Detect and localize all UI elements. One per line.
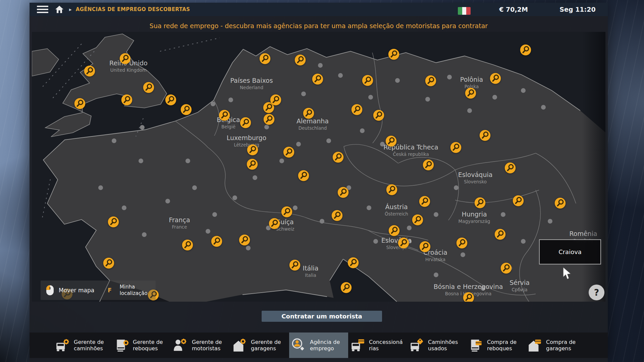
- agency-marker[interactable]: [270, 94, 281, 106]
- agency-marker[interactable]: [247, 144, 258, 156]
- agency-marker[interactable]: [263, 114, 275, 125]
- agency-marker[interactable]: [373, 110, 384, 121]
- agency-marker[interactable]: [500, 262, 512, 274]
- agency-marker[interactable]: [347, 257, 359, 268]
- agency-marker[interactable]: [419, 196, 430, 207]
- agency-marker[interactable]: [84, 65, 95, 77]
- agency-marker[interactable]: [465, 87, 476, 99]
- agency-marker[interactable]: [303, 108, 314, 119]
- city-dot: [360, 128, 365, 133]
- tab-label: Agência deemprego: [310, 339, 340, 352]
- agency-marker[interactable]: [74, 98, 86, 109]
- agency-marker[interactable]: [121, 94, 132, 106]
- bottom-toolbar: Gerente decaminhõesGerente dereboquesGer…: [30, 333, 608, 358]
- agency-marker[interactable]: [351, 104, 363, 115]
- question-icon: ?: [594, 288, 599, 298]
- agency-marker[interactable]: [513, 195, 524, 206]
- hire-driver-button[interactable]: Contratar um motorista: [262, 311, 382, 322]
- agency-marker[interactable]: [283, 146, 294, 158]
- city-dot: [380, 142, 385, 146]
- agency-marker[interactable]: [490, 73, 501, 84]
- agency-marker[interactable]: [386, 184, 397, 195]
- agency-marker[interactable]: [474, 197, 486, 208]
- city-dot: [206, 229, 210, 234]
- agency-marker[interactable]: [388, 225, 400, 236]
- agency-marker[interactable]: [398, 237, 409, 249]
- agency-marker[interactable]: [337, 187, 349, 198]
- tab-garagens[interactable]: Compra degaragens: [525, 333, 584, 358]
- agency-marker[interactable]: [294, 54, 306, 66]
- city-dot: [253, 175, 257, 180]
- agency-marker[interactable]: [269, 218, 280, 229]
- agency-marker[interactable]: [554, 197, 566, 209]
- home-button[interactable]: [55, 5, 64, 13]
- agency-marker[interactable]: [180, 104, 192, 115]
- agency-marker[interactable]: [119, 53, 131, 64]
- agency-marker[interactable]: [247, 159, 258, 170]
- agency-marker[interactable]: [332, 152, 344, 163]
- city-dot: [112, 138, 116, 143]
- city-dot: [293, 205, 298, 210]
- agency-marker[interactable]: [340, 282, 352, 293]
- agency-marker[interactable]: [281, 206, 292, 218]
- city-dot: [326, 138, 331, 143]
- agency-marker[interactable]: [289, 259, 301, 271]
- agency-marker[interactable]: [425, 75, 436, 86]
- city-dot: [139, 159, 143, 163]
- agency-marker[interactable]: [504, 162, 516, 174]
- agency-marker[interactable]: [211, 236, 222, 247]
- agency-marker[interactable]: [298, 170, 309, 181]
- tab-rias[interactable]: Concessionárias: [348, 333, 407, 358]
- agency-marker[interactable]: [520, 44, 531, 56]
- agency-marker[interactable]: [182, 239, 193, 251]
- agency-marker[interactable]: [312, 73, 323, 85]
- help-button[interactable]: ?: [589, 285, 604, 300]
- agency-marker[interactable]: [165, 94, 176, 106]
- menu-button[interactable]: [37, 6, 48, 13]
- city-dot: [454, 185, 459, 190]
- garage-purchase-icon: [527, 338, 542, 353]
- agency-marker[interactable]: [463, 292, 474, 302]
- agency-marker[interactable]: [423, 159, 434, 171]
- my-location-label[interactable]: Minha localização: [120, 284, 148, 297]
- agency-marker[interactable]: [385, 135, 397, 147]
- tab-reboques[interactable]: Gerente dereboques: [112, 333, 171, 358]
- agency-marker[interactable]: [450, 142, 462, 153]
- agency-marker[interactable]: [456, 237, 468, 249]
- agency-marker[interactable]: [103, 257, 114, 269]
- agency-marker[interactable]: [259, 53, 271, 64]
- city-dot: [98, 185, 103, 190]
- city-dot: [211, 102, 215, 106]
- dealership-icon: [350, 338, 365, 353]
- agency-marker[interactable]: [412, 214, 423, 226]
- garage-manager-icon: [232, 338, 247, 353]
- agency-marker[interactable]: [108, 216, 119, 228]
- agency-marker[interactable]: [494, 229, 506, 240]
- city-dot: [501, 212, 505, 217]
- agency-marker[interactable]: [240, 117, 251, 128]
- tab-reboques[interactable]: Compra dereboques: [466, 333, 525, 358]
- tab-garagens[interactable]: Gerente degaragens: [230, 333, 289, 358]
- city-dot: [521, 239, 526, 244]
- top-bar: ▶ AGÊNCIAS DE EMPREGO DESCOBERTAS € 70,2…: [30, 3, 608, 16]
- agency-marker[interactable]: [362, 75, 373, 86]
- agency-marker[interactable]: [388, 49, 399, 60]
- city-dot: [368, 95, 373, 100]
- agency-marker[interactable]: [331, 210, 343, 221]
- agency-marker[interactable]: [419, 241, 431, 252]
- city-dot: [279, 159, 284, 163]
- driver-manager-icon: [173, 338, 188, 353]
- agency-marker[interactable]: [219, 110, 230, 121]
- city-dot: [264, 125, 269, 129]
- tab-label: Gerente decaminhões: [74, 339, 104, 352]
- city-dot: [142, 232, 147, 237]
- tab-caminhões[interactable]: Gerente decaminhões: [53, 333, 112, 358]
- tab-usados[interactable]: Caminhõesusados: [407, 333, 466, 358]
- agency-marker[interactable]: [143, 82, 154, 93]
- agency-marker[interactable]: [479, 130, 491, 141]
- tab-motoristas[interactable]: Gerente demotoristas: [171, 333, 230, 358]
- map-canvas[interactable]: Mover mapa F Minha localização Craiova ?…: [32, 32, 605, 302]
- key-hint-f: F: [108, 287, 112, 294]
- tab-emprego[interactable]: Agência deemprego: [289, 333, 348, 358]
- agency-marker[interactable]: [239, 234, 250, 246]
